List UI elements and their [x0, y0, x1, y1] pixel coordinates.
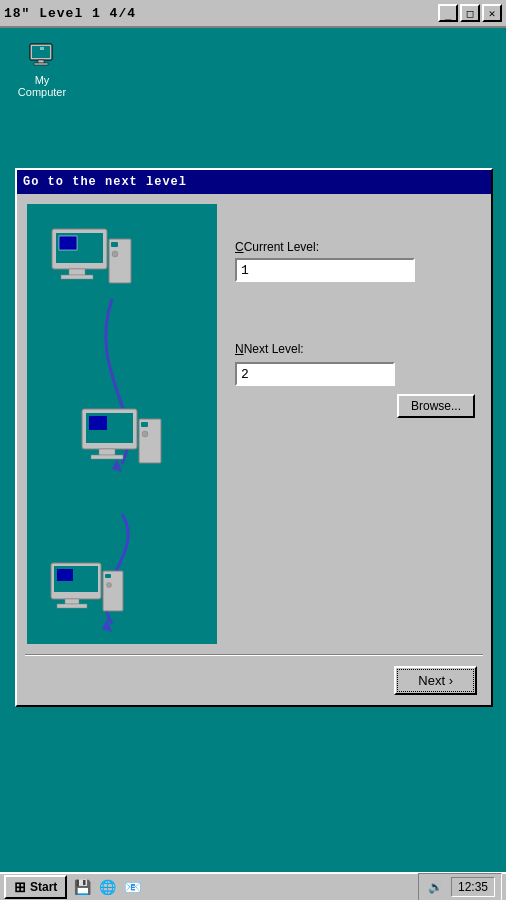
next-level-label: NNext Level:	[235, 342, 475, 356]
svg-point-28	[107, 583, 112, 588]
svg-rect-27	[105, 574, 111, 578]
computers-illustration	[27, 204, 217, 644]
windows-flag-icon: ⊞	[14, 879, 26, 895]
svg-rect-24	[65, 599, 79, 604]
my-computer-icon[interactable]: My Computer	[12, 38, 72, 98]
svg-rect-19	[141, 422, 148, 427]
start-button[interactable]: ⊞ Start	[4, 875, 67, 899]
taskbar: ⊞ Start 💾 🌐 📧 🔊 12:35	[0, 872, 506, 900]
os-window-controls: _ □ ✕	[438, 4, 502, 22]
svg-rect-4	[40, 47, 44, 50]
taskbar-icon-2[interactable]: 🌐	[96, 876, 118, 898]
desktop: My Computer Go to the next level	[0, 28, 506, 868]
form-panel: CCurrent Level: NNext Level: Browse...	[227, 194, 491, 654]
svg-rect-17	[91, 455, 123, 459]
next-level-row	[235, 362, 475, 386]
current-level-input[interactable]	[235, 258, 415, 282]
next-level-group: NNext Level: Browse...	[235, 342, 475, 418]
svg-rect-3	[34, 63, 48, 65]
os-titlebar: 18" Level 1 4/4 _ □ ✕	[0, 0, 506, 28]
dialog-window: Go to the next level	[15, 168, 493, 707]
taskbar-icon-3[interactable]: 📧	[121, 876, 143, 898]
svg-rect-16	[99, 449, 115, 455]
computer-bottom	[47, 559, 127, 636]
spacer	[235, 302, 475, 342]
svg-rect-25	[57, 604, 87, 608]
start-label: Start	[30, 880, 57, 894]
restore-button[interactable]: □	[460, 4, 480, 22]
svg-point-20	[142, 431, 148, 437]
browse-button[interactable]: Browse...	[397, 394, 475, 418]
close-button[interactable]: ✕	[482, 4, 502, 22]
taskbar-tray: 🔊 12:35	[418, 873, 502, 900]
next-level-input[interactable]	[235, 362, 395, 386]
svg-rect-21	[89, 416, 107, 430]
svg-rect-2	[38, 60, 44, 63]
my-computer-image	[26, 38, 58, 70]
os-title-text: 18" Level 1 4/4	[4, 6, 136, 21]
taskbar-icon-1[interactable]: 💾	[71, 876, 93, 898]
browse-row: Browse...	[235, 394, 475, 418]
dialog-titlebar: Go to the next level	[17, 170, 491, 194]
taskbar-clock: 12:35	[451, 877, 495, 897]
dialog-footer: Next ›	[17, 656, 491, 705]
current-level-label: CCurrent Level:	[235, 240, 475, 254]
svg-rect-29	[57, 569, 73, 581]
dialog-title: Go to the next level	[23, 175, 187, 189]
minimize-button[interactable]: _	[438, 4, 458, 22]
computer-middle	[77, 404, 167, 489]
taskbar-items: 💾 🌐 📧	[71, 876, 414, 898]
dialog-body: CCurrent Level: NNext Level: Browse...	[17, 194, 491, 654]
my-computer-label: My Computer	[12, 74, 72, 98]
next-button[interactable]: Next ›	[394, 666, 477, 695]
current-level-group: CCurrent Level:	[235, 240, 475, 282]
tray-volume-icon[interactable]: 🔊	[425, 876, 447, 898]
